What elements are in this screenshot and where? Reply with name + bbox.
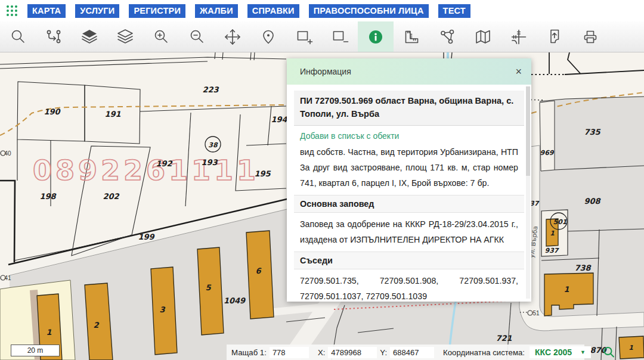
menu-item-test[interactable]: ТЕСТ xyxy=(438,4,470,18)
search-icon xyxy=(602,346,615,359)
scale-label: Мащаб 1: xyxy=(231,348,267,357)
map-toolbar xyxy=(0,21,644,52)
coordinate-axes-icon xyxy=(510,28,528,46)
parcel-label: 738 xyxy=(574,263,592,272)
chevron-down-icon: ▼ xyxy=(580,349,586,355)
pan-tool-button[interactable] xyxy=(215,21,250,52)
apps-grid-icon[interactable] xyxy=(6,5,18,17)
zoom-out-icon xyxy=(188,28,206,46)
building-label: 1 xyxy=(564,285,569,294)
zoom-in-tool-button[interactable] xyxy=(143,21,179,52)
zoom-in-icon xyxy=(152,28,170,46)
y-coordinate-input[interactable] xyxy=(390,347,434,358)
parcel-label: 202 xyxy=(103,192,119,201)
location-tool-button[interactable] xyxy=(250,21,286,52)
parcel-label: 192 xyxy=(156,159,172,168)
parcel-label: 735 xyxy=(584,128,600,136)
object-title: ПИ 72709.501.969 област Варна, община Ва… xyxy=(294,91,524,126)
search-tool-button[interactable] xyxy=(0,21,36,52)
building-label: 2 xyxy=(93,321,99,330)
menu-item-zhalbi[interactable]: ЖАЛБИ xyxy=(195,4,238,18)
parcel-label: 721 xyxy=(496,334,512,343)
node-label: 51 xyxy=(532,310,540,316)
x-coordinate-input[interactable] xyxy=(328,347,377,358)
select-graph-tool-button[interactable] xyxy=(36,21,72,52)
menu-item-pravosposobni-lica[interactable]: ПРАВОСПОСОБНИ ЛИЦА xyxy=(309,4,429,18)
menu-item-registri[interactable]: РЕГИСТРИ xyxy=(129,4,185,18)
measure-ruler-icon xyxy=(402,28,420,46)
info-panel-header: Информация × xyxy=(287,58,531,85)
node-label: 41 xyxy=(4,275,11,281)
parcel-label: 191 xyxy=(104,110,120,119)
print-tool-button[interactable] xyxy=(572,21,608,52)
building-label: 1 xyxy=(550,229,555,237)
status-bar: Мащаб 1: X: Y: Координатна система: ККС … xyxy=(227,345,584,360)
search-icon xyxy=(9,28,27,46)
info-panel-body: ПИ 72709.501.969 област Варна, община Ва… xyxy=(287,91,531,302)
parcel-label: 195 xyxy=(254,169,271,178)
object-details: вид собств. Частна, вид територия Урбани… xyxy=(300,144,518,191)
layers-tool-button[interactable] xyxy=(72,21,107,52)
panel-scrollbar[interactable] xyxy=(526,86,530,299)
info-tool-button[interactable] xyxy=(358,21,394,52)
share-nodes-icon xyxy=(438,28,456,46)
select-graph-icon xyxy=(45,28,63,46)
info-panel: Информация × ПИ 72709.501.969 област Вар… xyxy=(287,58,531,302)
parcel-label: 198 xyxy=(39,192,57,201)
folded-map-icon xyxy=(474,28,492,46)
building-label: 3 xyxy=(159,305,165,314)
export-tool-button[interactable] xyxy=(537,21,572,52)
printer-icon xyxy=(581,28,599,46)
node-label: 38 xyxy=(208,141,218,149)
building-label: 5 xyxy=(205,283,211,292)
map-overview-tool-button[interactable] xyxy=(465,21,501,52)
crs-value: ККС 2005 xyxy=(535,347,572,357)
select-area-add-tool-button[interactable] xyxy=(286,21,322,52)
close-icon[interactable]: × xyxy=(515,58,522,85)
rect-minus-icon xyxy=(331,28,349,46)
parcel-label: 194 xyxy=(271,115,287,124)
menu-item-spravki[interactable]: СПРАВКИ xyxy=(247,4,299,18)
section-heading-order: Основна заповед xyxy=(294,195,524,213)
order-text: Заповед за одобрение на КККР РД-18-29/23… xyxy=(300,216,518,247)
export-page-icon xyxy=(546,28,564,46)
layers-stack-tool-button[interactable] xyxy=(107,21,143,52)
section-heading-neighbors: Съседи xyxy=(294,252,524,269)
parcel-label: 1049 xyxy=(224,296,246,305)
parcel-label: 969 xyxy=(540,149,555,157)
parcel-label: 223 xyxy=(202,85,219,94)
node-label: 501 xyxy=(553,218,567,226)
map-scalebar: 20 m xyxy=(11,345,60,356)
y-label: Y: xyxy=(380,348,387,357)
rect-plus-icon xyxy=(295,28,313,46)
menu-bar: КАРТА УСЛУГИ РЕГИСТРИ ЖАЛБИ СПРАВКИ ПРАВ… xyxy=(0,0,644,21)
info-icon xyxy=(367,28,385,46)
crs-select[interactable]: ККС 2005 ▼ xyxy=(530,346,591,358)
scale-input[interactable] xyxy=(270,347,309,358)
parcel-label: 937 xyxy=(545,247,559,255)
layers-stack-icon xyxy=(116,28,134,46)
share-tool-button[interactable] xyxy=(429,21,465,52)
parcel-label: 199 xyxy=(138,232,155,241)
info-panel-title: Информация xyxy=(300,67,351,76)
node-label: 40 xyxy=(4,150,11,157)
menu-item-uslugi[interactable]: УСЛУГИ xyxy=(75,4,119,18)
menu-item-karta[interactable]: КАРТА xyxy=(27,4,66,18)
coordinate-search-button[interactable] xyxy=(602,346,615,359)
building-label: 1 xyxy=(628,344,633,352)
building-label: 1 xyxy=(46,328,51,337)
coordinates-tool-button[interactable] xyxy=(501,21,537,52)
crs-label: Координатна система: xyxy=(443,348,525,357)
x-label: X: xyxy=(318,348,325,357)
scalebar-label: 20 m xyxy=(27,346,44,355)
select-area-remove-tool-button[interactable] xyxy=(322,21,358,52)
pan-icon xyxy=(224,28,242,46)
phone-watermark: 0892261111 xyxy=(33,154,259,187)
zoom-out-tool-button[interactable] xyxy=(179,21,215,52)
parcel-label: 908 xyxy=(584,197,601,206)
parcel-label: 193 xyxy=(201,158,218,167)
add-to-object-list-link[interactable]: Добави в списък с обекти xyxy=(300,131,399,141)
measure-tool-button[interactable] xyxy=(394,21,429,52)
layers-icon xyxy=(80,28,98,46)
parcel-label: 190 xyxy=(44,107,61,116)
